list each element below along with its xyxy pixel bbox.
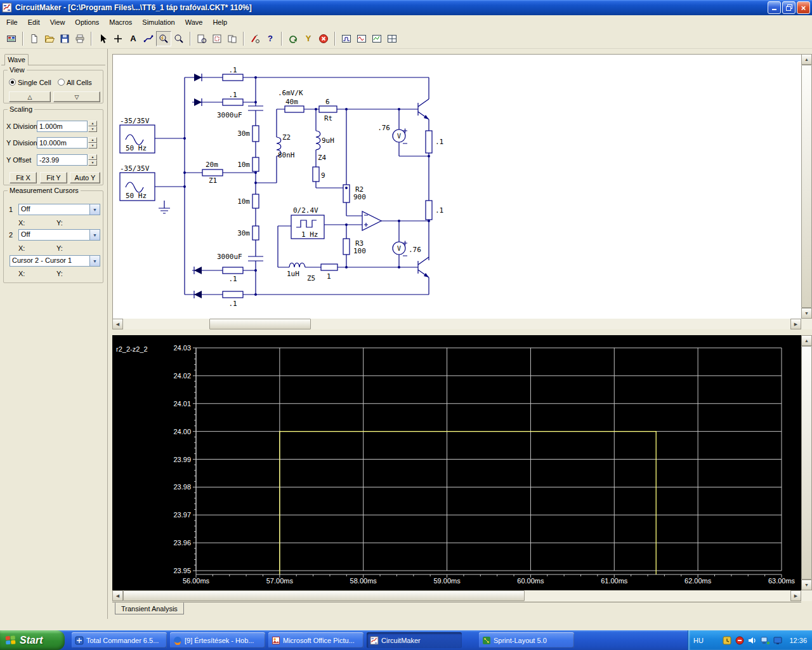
chevron-down-icon[interactable]: ▼ [89, 204, 100, 215]
circuit-vscrollbar[interactable]: ▲ ▼ [801, 54, 812, 319]
menu-help[interactable]: Help [207, 17, 232, 28]
cursor-diff-combo[interactable]: Cursor 2 - Cursor 1 ▼ [10, 255, 100, 267]
scroll-down-icon[interactable]: ▼ [801, 308, 812, 319]
spinner-up-icon[interactable]: ▲ [88, 137, 97, 143]
select-tool-button[interactable] [95, 31, 110, 46]
y-offset-spinner[interactable]: ▲▼ [88, 154, 97, 166]
circuit-vscroll-thumb[interactable] [801, 65, 812, 308]
task-sprint-layout[interactable]: Sprint-Layout 5.0 [479, 632, 574, 648]
scroll-down-icon[interactable]: ▼ [801, 580, 812, 590]
x-division-spinner[interactable]: ▲▼ [88, 121, 97, 132]
stop-simulation-button[interactable] [316, 31, 331, 46]
antivirus-icon[interactable] [735, 635, 745, 646]
new-file-button[interactable] [27, 31, 42, 46]
spinner-down-icon[interactable]: ▼ [88, 143, 97, 149]
circuit-schematic[interactable]: .1 .1 3000uF -35/35V 50 Hz -35/35V 50 Hz… [113, 55, 802, 319]
task-total-commander[interactable]: Total Commander 6.5... [72, 632, 167, 648]
undo-button[interactable] [285, 31, 301, 46]
data-display-button[interactable] [384, 31, 400, 46]
menu-edit[interactable]: Edit [23, 17, 45, 28]
test-probe-button[interactable]: Y [301, 31, 316, 46]
auto-y-button[interactable]: Auto Y [70, 172, 100, 183]
scroll-left-icon[interactable]: ◀ [112, 590, 123, 601]
language-indicator[interactable]: HU [693, 637, 704, 644]
zoom-tool-button[interactable] [156, 31, 171, 46]
single-cell-radio[interactable] [9, 79, 16, 86]
task-circuitmaker[interactable]: CircuitMaker [367, 632, 462, 648]
op-amp[interactable] [362, 211, 381, 230]
search-part-button[interactable] [171, 31, 187, 46]
waveform-plot[interactable]: 24.0324.0224.0124.0023.9923.9823.9723.96… [112, 335, 801, 590]
circuit-hscroll-thumb[interactable] [209, 319, 311, 329]
trace-name[interactable]: r2_2-z2_2 [116, 345, 148, 353]
y-division-input[interactable] [37, 137, 88, 149]
scroll-right-icon[interactable]: ▶ [790, 590, 801, 601]
fit-circuit-button[interactable] [194, 31, 209, 46]
wave-hscrollbar[interactable]: ◀ ▶ [112, 590, 801, 601]
chevron-down-icon[interactable]: ▼ [89, 230, 100, 240]
menu-file[interactable]: File [1, 17, 23, 28]
transistor-npn-bottom[interactable] [418, 257, 429, 277]
menu-simulation[interactable]: Simulation [137, 17, 180, 28]
cell-down-button[interactable]: ▽ [53, 91, 100, 102]
volume-icon[interactable] [747, 635, 757, 646]
fit-y-button[interactable]: Fit Y [40, 172, 67, 183]
menu-view[interactable]: View [45, 17, 70, 28]
menu-wave[interactable]: Wave [180, 17, 208, 28]
cursor1-combo[interactable]: Off ▼ [18, 204, 100, 215]
circuit-components[interactable] [120, 74, 432, 298]
wave-vscrollbar[interactable]: ▲ ▼ [801, 335, 812, 590]
scroll-left-icon[interactable]: ◀ [112, 319, 123, 329]
place-part-button[interactable] [110, 31, 126, 46]
menu-options[interactable]: Options [70, 17, 104, 28]
diode[interactable] [194, 98, 202, 106]
diode[interactable] [194, 267, 202, 274]
wave-hscroll-thumb[interactable] [123, 590, 525, 601]
diode[interactable] [194, 291, 202, 298]
text-tool-button[interactable]: A [126, 31, 141, 46]
display-icon[interactable] [773, 635, 783, 646]
help-button[interactable]: ? [263, 31, 278, 46]
restore-button[interactable] [782, 1, 796, 14]
scroll-right-icon[interactable]: ▶ [790, 319, 801, 329]
network-icon[interactable] [760, 635, 770, 646]
close-button[interactable]: × [797, 1, 810, 14]
task-ertesitesek[interactable]: [9] Értesítések - Hob... [170, 632, 265, 648]
all-cells-radio[interactable] [58, 79, 65, 86]
scroll-up-icon[interactable]: ▲ [801, 54, 812, 65]
probe-tool-button[interactable] [247, 31, 263, 46]
x-division-input[interactable] [37, 121, 88, 132]
save-button[interactable] [57, 31, 72, 46]
resistor[interactable] [202, 74, 432, 298]
cell-up-button[interactable]: △ [9, 91, 51, 102]
scroll-up-icon[interactable]: ▲ [801, 335, 812, 346]
spinner-up-icon[interactable]: ▲ [88, 121, 97, 126]
task-picture-manager[interactable]: Microsoft Office Pictu... [268, 632, 363, 648]
waveform-panel[interactable]: r2_2-z2_2 24.0324.0224.0124.0023.9923.98… [112, 335, 801, 590]
mixed-scope-button[interactable] [369, 31, 384, 46]
spinner-up-icon[interactable]: ▲ [88, 154, 97, 160]
start-button[interactable]: Start [0, 630, 65, 650]
chevron-down-icon[interactable]: ▼ [89, 256, 100, 266]
scheduler-icon[interactable] [722, 635, 732, 646]
transistor-npn-top[interactable] [418, 99, 429, 119]
cursor2-combo[interactable]: Off ▼ [18, 229, 100, 241]
analog-scope-button[interactable] [354, 31, 369, 46]
parts-bin-button[interactable] [4, 31, 19, 46]
spinner-down-icon[interactable]: ▼ [88, 160, 97, 166]
tab-transient-analysis[interactable]: Transient Analysis [115, 602, 184, 614]
sheet-view-button[interactable] [225, 31, 240, 46]
spinner-down-icon[interactable]: ▼ [88, 126, 97, 132]
wave-vscroll-thumb[interactable] [801, 346, 812, 580]
diode[interactable] [194, 74, 202, 81]
y-division-spinner[interactable]: ▲▼ [88, 137, 97, 149]
tab-wave[interactable]: Wave [4, 54, 29, 65]
fit-x-button[interactable]: Fit X [10, 172, 37, 183]
y-offset-input[interactable] [37, 154, 88, 166]
menu-macros[interactable]: Macros [104, 17, 137, 28]
print-button[interactable] [72, 31, 88, 46]
wire-tool-button[interactable] [141, 31, 156, 46]
minimize-button[interactable] [768, 1, 781, 14]
app-icon[interactable] [2, 3, 12, 13]
open-file-button[interactable] [42, 31, 57, 46]
